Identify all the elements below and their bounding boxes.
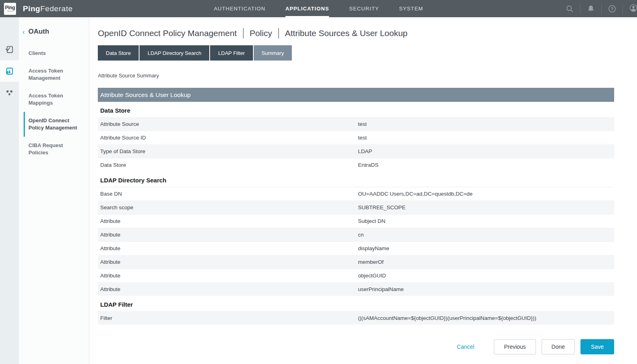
table-row: Data StoreEntraDS	[98, 158, 614, 172]
mappings-shield-icon[interactable]	[0, 82, 19, 103]
app-title: PingFederate	[23, 4, 73, 13]
sidebar-item-ciba-request-policies[interactable]: CIBA Request Policies	[24, 137, 89, 162]
previous-button[interactable]: Previous	[494, 339, 536, 354]
row-value: SUBTREE_SCOPE	[358, 204, 614, 210]
icon-divider	[601, 3, 602, 14]
top-nav-items: AUTHENTICATIONAPPLICATIONSSECURITYSYSTEM	[214, 0, 423, 17]
done-button[interactable]: Done	[542, 339, 575, 354]
svg-text:?: ?	[611, 6, 614, 11]
row-value: memberOf	[358, 259, 614, 265]
table-row: AttributememberOf	[98, 255, 614, 269]
clipboard-check-icon[interactable]	[0, 38, 19, 60]
sidebar-section-title: OAuth	[28, 28, 49, 36]
table-row: AttributeobjectGUID	[98, 269, 614, 282]
icon-divider	[580, 3, 580, 14]
breadcrumb-separator	[243, 28, 244, 38]
footer-actions: Cancel Previous Done Save	[98, 339, 614, 354]
tab-data-store[interactable]: Data Store	[98, 45, 139, 61]
search-icon[interactable]	[565, 4, 574, 13]
wizard-tabs: Data StoreLDAP Directory SearchLDAP Filt…	[98, 45, 614, 61]
summary-table: Attribute Sources & User Lookup Data Sto…	[98, 88, 614, 325]
row-label: Attribute	[98, 245, 358, 251]
top-nav-system[interactable]: SYSTEM	[399, 0, 423, 17]
section-title-ldap-filter: LDAP Filter	[100, 301, 614, 308]
table-row: Attribute Sourcetest	[98, 117, 614, 131]
avatar-clip	[629, 4, 637, 14]
breadcrumb: OpenID Connect Policy ManagementPolicyAt…	[98, 28, 614, 38]
breadcrumb-part: Policy	[250, 28, 272, 38]
row-label: Search scope	[98, 204, 358, 210]
row-label: Data Store	[98, 162, 358, 168]
app-title-light: Federate	[40, 4, 73, 13]
top-nav-authentication[interactable]: AUTHENTICATION	[214, 0, 265, 17]
row-label: Attribute	[98, 218, 358, 224]
table-row: Search scopeSUBTREE_SCOPE	[98, 200, 614, 214]
table-row: Filter(|(sAMAccountName=${objectGUID})(u…	[98, 311, 614, 325]
row-value: cn	[358, 232, 614, 238]
table-row: Attribute Source IDtest	[98, 131, 614, 144]
table-row: Type of Data StoreLDAP	[98, 144, 614, 158]
section-title-data-store: Data Store	[100, 107, 614, 114]
bell-icon[interactable]	[586, 4, 595, 13]
row-label: Attribute	[98, 232, 358, 238]
top-nav-bar: Ping Identity. PingFederate AUTHENTICATI…	[0, 0, 637, 17]
table-row: Attributecn	[98, 228, 614, 241]
table-body: Data StoreAttribute SourcetestAttribute …	[98, 107, 614, 325]
top-nav-icons: ?	[565, 0, 637, 17]
row-value: LDAP	[358, 148, 614, 154]
table-row: AttributedisplayName	[98, 241, 614, 255]
breadcrumb-part: Attribute Sources & User Lookup	[285, 28, 408, 38]
icon-divider	[623, 3, 623, 14]
section-title-ldap-directory-search: LDAP Directory Search	[100, 177, 614, 184]
row-label: Attribute Source	[98, 121, 358, 127]
chevron-left-icon: ‹	[22, 28, 25, 35]
row-value: objectGUID	[358, 273, 614, 279]
row-label: Attribute	[98, 286, 358, 292]
summary-label: Attribute Source Summary	[98, 73, 614, 79]
row-label: Base DN	[98, 191, 358, 197]
tab-ldap-filter[interactable]: LDAP Filter	[210, 45, 253, 61]
breadcrumb-separator	[278, 28, 279, 38]
save-button[interactable]: Save	[580, 339, 614, 354]
main-content: OpenID Connect Policy ManagementPolicyAt…	[89, 17, 637, 364]
sidebar-back-oauth[interactable]: ‹ OAuth	[22, 28, 89, 36]
sidebar-item-openid-connect-policy-management[interactable]: OpenID Connect Policy Management	[24, 112, 89, 137]
help-icon[interactable]: ?	[608, 4, 617, 13]
sidebar: ‹ OAuth ClientsAccess Token ManagementAc…	[19, 17, 89, 364]
icon-rail	[0, 17, 19, 364]
ping-identity-logo: Ping Identity.	[4, 3, 16, 15]
sidebar-item-clients[interactable]: Clients	[24, 44, 89, 62]
top-nav-security[interactable]: SECURITY	[349, 0, 379, 17]
table-header: Attribute Sources & User Lookup	[98, 88, 614, 102]
top-nav-applications[interactable]: APPLICATIONS	[285, 0, 329, 17]
logo-subtext: Identity.	[7, 10, 13, 12]
breadcrumb-part: OpenID Connect Policy Management	[98, 28, 237, 38]
app-title-bold: Ping	[23, 4, 40, 13]
row-value: displayName	[358, 245, 614, 251]
row-value: EntraDS	[358, 162, 614, 168]
row-label: Filter	[98, 315, 358, 321]
sidebar-item-access-token-management[interactable]: Access Token Management	[24, 62, 89, 87]
row-label: Attribute	[98, 273, 358, 279]
table-row: AttributeSubject DN	[98, 214, 614, 228]
tab-ldap-directory-search[interactable]: LDAP Directory Search	[140, 45, 209, 61]
row-label: Type of Data Store	[98, 148, 358, 154]
sidebar-items: ClientsAccess Token ManagementAccess Tok…	[19, 44, 89, 162]
table-row: Base DNOU=AADDC Users,DC=ad,DC=questdb,D…	[98, 187, 614, 200]
row-value: test	[358, 121, 614, 127]
row-label: Attribute	[98, 259, 358, 265]
row-value: (|(sAMAccountName=${objectGUID})(userPri…	[358, 315, 614, 321]
cancel-link[interactable]: Cancel	[457, 344, 475, 350]
sidebar-item-access-token-mappings[interactable]: Access Token Mappings	[24, 87, 89, 112]
user-avatar-icon[interactable]	[629, 4, 637, 12]
row-value: Subject DN	[358, 218, 614, 224]
row-value: OU=AADDC Users,DC=ad,DC=questdb,DC=de	[358, 191, 614, 197]
row-label: Attribute Source ID	[98, 135, 358, 141]
token-document-icon[interactable]	[0, 60, 19, 82]
row-value: test	[358, 135, 614, 141]
tab-summary[interactable]: Summary	[254, 45, 292, 61]
row-value: userPrincipalName	[358, 286, 614, 292]
table-row: AttributeuserPrincipalName	[98, 282, 614, 296]
logo-text: Ping	[5, 6, 15, 10]
